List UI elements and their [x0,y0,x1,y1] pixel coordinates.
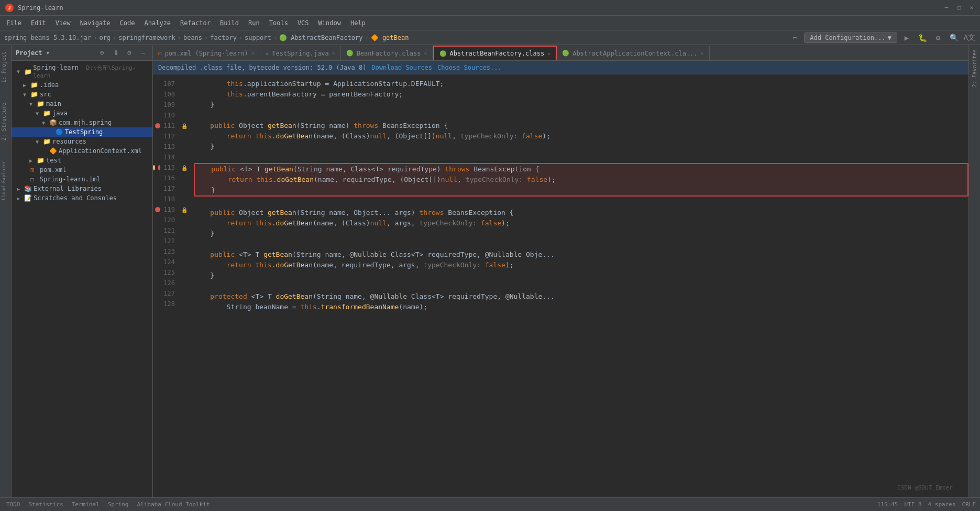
tree-label-root: Spring-learn D:\仓库\Spring-learn [33,64,150,79]
gutter-120 [179,215,190,225]
tab-abstractbeanfactory[interactable]: 🟢 AbstractBeanFactory.class ✕ [433,46,557,60]
code-line-121: } [194,229,968,239]
todo-button[interactable]: TODO [4,501,23,508]
tree-item-testspring[interactable]: 🔵 TestSpring [12,127,152,137]
line-num-115: 115 [153,162,179,173]
tree-item-java[interactable]: ▼ 📁 java [12,108,152,118]
menu-code[interactable]: Code [116,18,139,28]
tree-item-test[interactable]: ▶ 📁 test [12,156,152,165]
spring-button[interactable]: Spring [106,501,131,508]
indent-indicator[interactable]: 4 spaces [928,501,956,508]
breadcrumb-jar[interactable]: spring-beans-5.3.10.jar [4,34,91,41]
debug-button[interactable]: 🐛 [916,31,929,44]
code-line-114 [194,152,968,162]
gutter-124 [179,257,190,267]
menu-help[interactable]: Help [346,18,370,28]
tree-item-main[interactable]: ▼ 📁 main [12,99,152,108]
project-panel: Project ▾ ⊕ ⥮ ⚙ — ▼ 📁 Spring-learn D:\仓库… [12,45,153,497]
gutter-126 [179,278,190,288]
gutter-114 [179,152,190,162]
menu-file[interactable]: File [2,18,26,28]
breadcrumb-org[interactable]: org [99,34,111,41]
code-line-116: return this.doGetBean(name, requiredType… [195,175,967,185]
breadcrumb-method[interactable]: 🔶 getBean [371,34,409,41]
download-sources-button[interactable]: Download Sources [371,64,432,71]
gutter-125 [179,267,190,278]
tab-pom-xml[interactable]: m pom.xml (Spring-learn) ✕ [153,46,260,60]
translate-button[interactable]: A文 [963,31,976,44]
tree-item-scratches[interactable]: ▶ 📝 Scratches and Consoles [12,193,152,203]
add-configuration-button[interactable]: Add Configuration... ▼ [804,32,897,43]
breadcrumb-class[interactable]: 🟢 AbstractBeanFactory [279,34,363,41]
tab-close-abstractbeanfactory[interactable]: ✕ [547,51,550,57]
tab-cloud-explorer[interactable]: Cloud Explorer [0,156,11,204]
breadcrumb-springframework[interactable]: springframework [118,34,175,41]
main-layout: 1: Project 2: Structure Cloud Explorer P… [0,45,980,497]
project-locate-button[interactable]: ⊕ [97,48,107,58]
terminal-button[interactable]: Terminal [70,501,102,508]
maximize-button[interactable]: □ [956,5,962,11]
breadcrumb-beans[interactable]: beans [183,34,202,41]
tree-item-package[interactable]: ▼ 📦 com.mjh.spring [12,118,152,127]
encoding-indicator[interactable]: UTF-8 [904,501,921,508]
line-num-121: 121 [153,225,179,236]
module-icon-iml: ◻ [30,176,39,183]
statistics-button[interactable]: Statistics [27,501,65,508]
tree-item-pom[interactable]: m pom.xml [12,165,152,175]
tab-structure[interactable]: 2: Structure [0,99,11,145]
close-button[interactable]: ✕ [968,5,975,11]
tree-item-root[interactable]: ▼ 📁 Spring-learn D:\仓库\Spring-learn [12,63,152,80]
tab-close-pom[interactable]: ✕ [251,50,255,56]
menu-navigate[interactable]: Navigate [76,18,115,28]
gutter-115: 🔒 [179,162,190,173]
tree-item-appcontext[interactable]: 🔶 ApplicationContext.xml [12,146,152,156]
gutter-119: 🔒 [179,204,190,215]
gutter-121 [179,225,190,236]
tab-project[interactable]: 1: Project [0,47,11,87]
tree-label-resources: resources [52,138,86,145]
code-content[interactable]: this.applicationStartup = ApplicationSta… [190,74,968,497]
menu-build[interactable]: Build [216,18,243,28]
tree-item-resources[interactable]: ▼ 📁 resources [12,137,152,146]
tree-item-src[interactable]: ▼ 📁 src [12,90,152,99]
choose-sources-button[interactable]: Choose Sources... [437,64,502,71]
project-collapse-button[interactable]: ⥮ [111,48,121,58]
menu-run[interactable]: Run [244,18,264,28]
menu-window[interactable]: Window [314,18,345,28]
tree-item-iml[interactable]: ◻ Spring-learn.iml [12,175,152,184]
editor-area: m pom.xml (Spring-learn) ✕ ☕ TestSpring.… [153,45,968,497]
tab-favorites[interactable]: 2: Favorites [971,45,978,91]
tab-close-testspring[interactable]: ✕ [332,50,335,56]
project-panel-header: Project ▾ ⊕ ⥮ ⚙ — [12,45,152,61]
tree-label-idea: .idea [40,81,59,89]
breadcrumb-factory[interactable]: factory [210,34,237,41]
minimize-button[interactable]: ─ [943,5,950,11]
menu-tools[interactable]: Tools [265,18,292,28]
menu-vcs[interactable]: VCS [293,18,313,28]
alibaba-button[interactable]: Alibaba Cloud Toolkit [135,501,212,508]
menu-analyze[interactable]: Analyze [140,18,175,28]
breadcrumb-support[interactable]: support [245,34,271,41]
menu-refactor[interactable]: Refactor [176,18,215,28]
code-line-123: public <T> T getBean(String name, @Nulla… [194,249,968,260]
crlf-indicator[interactable]: CRLF [962,501,976,508]
project-settings-button[interactable]: ⚙ [124,48,135,58]
navigate-back-button[interactable]: ⬅ [788,31,801,44]
tab-close-abstractappcontext[interactable]: ✕ [701,50,704,56]
gutter-107 [179,79,190,89]
menu-edit[interactable]: Edit [27,18,50,28]
tree-item-idea[interactable]: ▶ 📁 .idea [12,80,152,90]
settings-button[interactable]: ⚙ [932,31,944,44]
line-num-109: 109 [153,100,179,110]
tab-icon-testspring: ☕ [266,50,269,57]
project-minimize-button[interactable]: — [138,48,148,58]
tab-label-abstractbeanfactory: AbstractBeanFactory.class [450,50,545,57]
search-button[interactable]: 🔍 [948,31,960,44]
tab-beanfactory[interactable]: 🟢 BeanFactory.class ✕ [341,46,433,60]
run-button[interactable]: ▶ [900,31,913,44]
tab-abstractappcontext[interactable]: 🟢 AbstractApplicationContext.cla... ✕ [557,46,709,60]
tree-item-extlibs[interactable]: ▶ 📚 External Libraries [12,184,152,193]
menu-view[interactable]: View [51,18,75,28]
tab-close-beanfactory[interactable]: ✕ [424,50,427,56]
tab-testspring[interactable]: ☕ TestSpring.java ✕ [260,46,341,60]
